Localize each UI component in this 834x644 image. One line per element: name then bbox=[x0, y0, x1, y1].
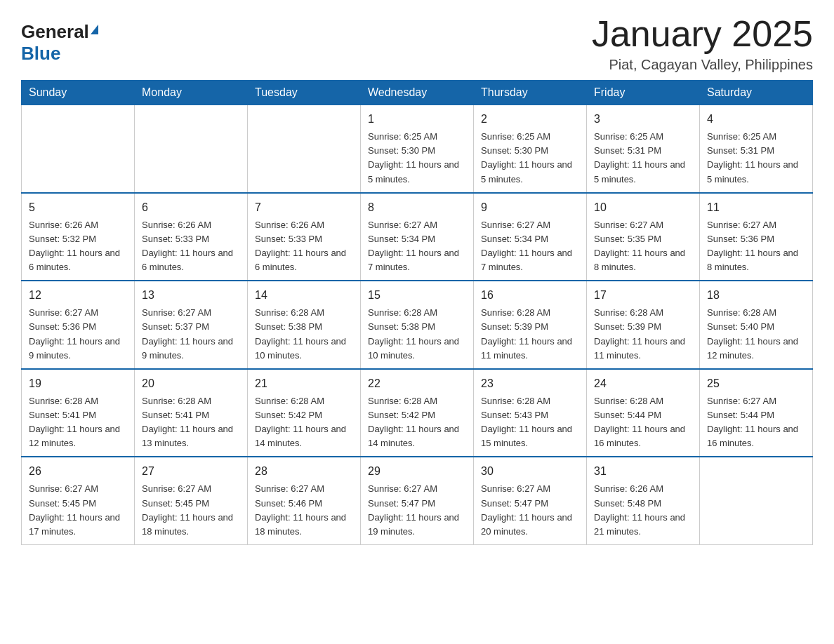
day-number: 27 bbox=[142, 463, 240, 480]
logo-blue-text: Blue bbox=[21, 43, 60, 65]
calendar-cell: 20Sunrise: 6:28 AM Sunset: 5:41 PM Dayli… bbox=[135, 369, 248, 457]
location-subtitle: Piat, Cagayan Valley, Philippines bbox=[592, 57, 813, 73]
calendar-cell: 1Sunrise: 6:25 AM Sunset: 5:30 PM Daylig… bbox=[361, 105, 474, 193]
day-info: Sunrise: 6:28 AM Sunset: 5:39 PM Dayligh… bbox=[594, 306, 692, 363]
day-number: 13 bbox=[142, 287, 240, 304]
calendar-cell bbox=[700, 457, 813, 544]
col-header-saturday: Saturday bbox=[700, 81, 813, 105]
page-header: General Blue January 2025 Piat, Cagayan … bbox=[21, 14, 813, 73]
calendar-cell: 3Sunrise: 6:25 AM Sunset: 5:31 PM Daylig… bbox=[587, 105, 700, 193]
calendar-cell: 2Sunrise: 6:25 AM Sunset: 5:30 PM Daylig… bbox=[474, 105, 587, 193]
day-number: 2 bbox=[481, 111, 579, 128]
day-number: 16 bbox=[481, 287, 579, 304]
calendar-week-row: 5Sunrise: 6:26 AM Sunset: 5:32 PM Daylig… bbox=[22, 193, 813, 281]
day-number: 29 bbox=[368, 463, 466, 480]
calendar-cell bbox=[248, 105, 361, 193]
day-info: Sunrise: 6:27 AM Sunset: 5:45 PM Dayligh… bbox=[142, 482, 240, 539]
calendar-cell: 8Sunrise: 6:27 AM Sunset: 5:34 PM Daylig… bbox=[361, 193, 474, 281]
calendar-cell: 9Sunrise: 6:27 AM Sunset: 5:34 PM Daylig… bbox=[474, 193, 587, 281]
calendar-cell: 23Sunrise: 6:28 AM Sunset: 5:43 PM Dayli… bbox=[474, 369, 587, 457]
day-info: Sunrise: 6:27 AM Sunset: 5:37 PM Dayligh… bbox=[142, 306, 240, 363]
calendar-cell: 17Sunrise: 6:28 AM Sunset: 5:39 PM Dayli… bbox=[587, 281, 700, 369]
calendar-cell: 24Sunrise: 6:28 AM Sunset: 5:44 PM Dayli… bbox=[587, 369, 700, 457]
day-info: Sunrise: 6:28 AM Sunset: 5:43 PM Dayligh… bbox=[481, 394, 579, 451]
day-info: Sunrise: 6:28 AM Sunset: 5:40 PM Dayligh… bbox=[707, 306, 805, 363]
day-info: Sunrise: 6:28 AM Sunset: 5:42 PM Dayligh… bbox=[255, 394, 353, 451]
day-info: Sunrise: 6:25 AM Sunset: 5:30 PM Dayligh… bbox=[481, 130, 579, 187]
day-number: 17 bbox=[594, 287, 692, 304]
day-number: 19 bbox=[29, 375, 127, 392]
day-info: Sunrise: 6:25 AM Sunset: 5:31 PM Dayligh… bbox=[594, 130, 692, 187]
day-number: 5 bbox=[29, 199, 127, 216]
calendar-week-row: 19Sunrise: 6:28 AM Sunset: 5:41 PM Dayli… bbox=[22, 369, 813, 457]
calendar-cell: 11Sunrise: 6:27 AM Sunset: 5:36 PM Dayli… bbox=[700, 193, 813, 281]
calendar-cell: 19Sunrise: 6:28 AM Sunset: 5:41 PM Dayli… bbox=[22, 369, 135, 457]
calendar-cell: 10Sunrise: 6:27 AM Sunset: 5:35 PM Dayli… bbox=[587, 193, 700, 281]
day-info: Sunrise: 6:27 AM Sunset: 5:47 PM Dayligh… bbox=[481, 482, 579, 539]
calendar-cell: 5Sunrise: 6:26 AM Sunset: 5:32 PM Daylig… bbox=[22, 193, 135, 281]
calendar-cell: 12Sunrise: 6:27 AM Sunset: 5:36 PM Dayli… bbox=[22, 281, 135, 369]
calendar-cell: 18Sunrise: 6:28 AM Sunset: 5:40 PM Dayli… bbox=[700, 281, 813, 369]
col-header-monday: Monday bbox=[135, 81, 248, 105]
day-number: 30 bbox=[481, 463, 579, 480]
day-number: 9 bbox=[481, 199, 579, 216]
day-info: Sunrise: 6:25 AM Sunset: 5:30 PM Dayligh… bbox=[368, 130, 466, 187]
day-info: Sunrise: 6:28 AM Sunset: 5:41 PM Dayligh… bbox=[29, 394, 127, 451]
day-number: 1 bbox=[368, 111, 466, 128]
day-info: Sunrise: 6:27 AM Sunset: 5:44 PM Dayligh… bbox=[707, 394, 805, 451]
day-number: 23 bbox=[481, 375, 579, 392]
day-number: 4 bbox=[707, 111, 805, 128]
col-header-wednesday: Wednesday bbox=[361, 81, 474, 105]
day-number: 21 bbox=[255, 375, 353, 392]
day-number: 14 bbox=[255, 287, 353, 304]
month-title: January 2025 bbox=[592, 14, 813, 54]
calendar-cell: 29Sunrise: 6:27 AM Sunset: 5:47 PM Dayli… bbox=[361, 457, 474, 544]
day-info: Sunrise: 6:27 AM Sunset: 5:36 PM Dayligh… bbox=[707, 218, 805, 275]
day-info: Sunrise: 6:27 AM Sunset: 5:35 PM Dayligh… bbox=[594, 218, 692, 275]
day-number: 31 bbox=[594, 463, 692, 480]
day-number: 11 bbox=[707, 199, 805, 216]
day-info: Sunrise: 6:28 AM Sunset: 5:38 PM Dayligh… bbox=[368, 306, 466, 363]
day-info: Sunrise: 6:27 AM Sunset: 5:45 PM Dayligh… bbox=[29, 482, 127, 539]
calendar-cell: 14Sunrise: 6:28 AM Sunset: 5:38 PM Dayli… bbox=[248, 281, 361, 369]
day-info: Sunrise: 6:27 AM Sunset: 5:34 PM Dayligh… bbox=[368, 218, 466, 275]
day-info: Sunrise: 6:26 AM Sunset: 5:33 PM Dayligh… bbox=[255, 218, 353, 275]
calendar-table: SundayMondayTuesdayWednesdayThursdayFrid… bbox=[21, 80, 813, 545]
col-header-friday: Friday bbox=[587, 81, 700, 105]
day-number: 22 bbox=[368, 375, 466, 392]
title-section: January 2025 Piat, Cagayan Valley, Phili… bbox=[592, 14, 813, 73]
day-info: Sunrise: 6:27 AM Sunset: 5:47 PM Dayligh… bbox=[368, 482, 466, 539]
day-info: Sunrise: 6:26 AM Sunset: 5:33 PM Dayligh… bbox=[142, 218, 240, 275]
col-header-thursday: Thursday bbox=[474, 81, 587, 105]
day-info: Sunrise: 6:28 AM Sunset: 5:39 PM Dayligh… bbox=[481, 306, 579, 363]
calendar-cell: 31Sunrise: 6:26 AM Sunset: 5:48 PM Dayli… bbox=[587, 457, 700, 544]
logo: General Blue bbox=[21, 14, 98, 65]
calendar-cell: 6Sunrise: 6:26 AM Sunset: 5:33 PM Daylig… bbox=[135, 193, 248, 281]
calendar-cell: 13Sunrise: 6:27 AM Sunset: 5:37 PM Dayli… bbox=[135, 281, 248, 369]
calendar-week-row: 12Sunrise: 6:27 AM Sunset: 5:36 PM Dayli… bbox=[22, 281, 813, 369]
day-info: Sunrise: 6:25 AM Sunset: 5:31 PM Dayligh… bbox=[707, 130, 805, 187]
calendar-week-row: 1Sunrise: 6:25 AM Sunset: 5:30 PM Daylig… bbox=[22, 105, 813, 193]
day-number: 7 bbox=[255, 199, 353, 216]
day-number: 28 bbox=[255, 463, 353, 480]
day-info: Sunrise: 6:27 AM Sunset: 5:36 PM Dayligh… bbox=[29, 306, 127, 363]
day-number: 20 bbox=[142, 375, 240, 392]
calendar-cell: 26Sunrise: 6:27 AM Sunset: 5:45 PM Dayli… bbox=[22, 457, 135, 544]
calendar-cell: 25Sunrise: 6:27 AM Sunset: 5:44 PM Dayli… bbox=[700, 369, 813, 457]
logo-triangle-icon bbox=[91, 25, 98, 34]
day-number: 8 bbox=[368, 199, 466, 216]
calendar-cell: 27Sunrise: 6:27 AM Sunset: 5:45 PM Dayli… bbox=[135, 457, 248, 544]
day-number: 10 bbox=[594, 199, 692, 216]
day-info: Sunrise: 6:27 AM Sunset: 5:46 PM Dayligh… bbox=[255, 482, 353, 539]
calendar-cell bbox=[135, 105, 248, 193]
day-number: 6 bbox=[142, 199, 240, 216]
day-info: Sunrise: 6:28 AM Sunset: 5:38 PM Dayligh… bbox=[255, 306, 353, 363]
calendar-cell: 15Sunrise: 6:28 AM Sunset: 5:38 PM Dayli… bbox=[361, 281, 474, 369]
day-info: Sunrise: 6:28 AM Sunset: 5:41 PM Dayligh… bbox=[142, 394, 240, 451]
day-number: 12 bbox=[29, 287, 127, 304]
day-number: 18 bbox=[707, 287, 805, 304]
calendar-cell: 21Sunrise: 6:28 AM Sunset: 5:42 PM Dayli… bbox=[248, 369, 361, 457]
calendar-cell: 30Sunrise: 6:27 AM Sunset: 5:47 PM Dayli… bbox=[474, 457, 587, 544]
day-number: 25 bbox=[707, 375, 805, 392]
calendar-header-row: SundayMondayTuesdayWednesdayThursdayFrid… bbox=[22, 81, 813, 105]
